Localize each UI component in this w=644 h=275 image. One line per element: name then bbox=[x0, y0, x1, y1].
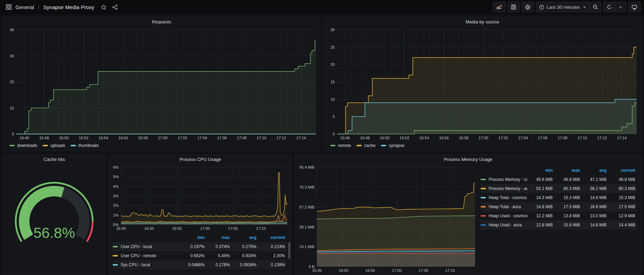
svg-text:16:55: 16:55 bbox=[365, 268, 375, 273]
gear-icon bbox=[525, 4, 531, 10]
breadcrumb-folder[interactable]: General bbox=[15, 4, 34, 10]
svg-text:16:48: 16:48 bbox=[39, 136, 49, 140]
svg-text:10: 10 bbox=[331, 97, 335, 101]
legend-series-label[interactable]: Process Memory - aura bbox=[481, 186, 528, 191]
apps-icon[interactable] bbox=[4, 2, 13, 12]
svg-text:17:02: 17:02 bbox=[178, 136, 187, 140]
svg-text:16:46: 16:46 bbox=[340, 136, 350, 140]
svg-text:16:45: 16:45 bbox=[116, 226, 126, 231]
refresh-interval-dropdown[interactable] bbox=[615, 2, 626, 12]
panel-title-cache-hits[interactable]: Cache hits bbox=[3, 155, 105, 164]
legend-series-label[interactable]: Sys CPU - local bbox=[113, 262, 181, 267]
legend-stat-value: 0.374% bbox=[206, 244, 231, 249]
save-dashboard-button[interactable] bbox=[508, 2, 519, 12]
time-range-picker[interactable]: Last 30 minutes bbox=[536, 2, 590, 12]
legend-stat-value: 0.682% bbox=[181, 253, 206, 258]
svg-text:16:45: 16:45 bbox=[312, 268, 322, 273]
svg-text:17:00: 17:00 bbox=[392, 268, 402, 273]
process-memory-chart[interactable]: 0 B19.1 MiB38.1 MiB57.2 MiB76.3 MiB95.4 … bbox=[295, 164, 479, 274]
svg-text:17:00: 17:00 bbox=[479, 136, 488, 140]
legend-item[interactable]: uploads bbox=[43, 143, 65, 148]
legend-item[interactable]: cache bbox=[356, 143, 375, 148]
svg-text:0: 0 bbox=[12, 132, 14, 136]
legend-item[interactable]: thumbnails bbox=[71, 143, 99, 148]
legend-row: Process Memory - aura53.1 MiB80.3 MiB56.… bbox=[481, 184, 637, 193]
legend-marker bbox=[113, 255, 118, 256]
svg-text:17:06: 17:06 bbox=[217, 136, 227, 140]
chevron-down-icon bbox=[618, 5, 623, 9]
legend-column-header[interactable]: current bbox=[258, 235, 286, 240]
time-controls: Last 30 minutes bbox=[536, 2, 601, 12]
legend-series-label[interactable]: Heap Total - aura bbox=[481, 204, 528, 209]
legend-series-label[interactable]: Process Memory - cosmos bbox=[481, 177, 528, 182]
legend-marker bbox=[481, 188, 486, 189]
navbar: General / Synapse Media Proxy bbox=[0, 0, 644, 14]
panel-title-requests[interactable]: Requests bbox=[3, 17, 320, 26]
svg-text:17:02: 17:02 bbox=[498, 136, 508, 140]
navbar-actions: Last 30 minutes bbox=[493, 2, 641, 12]
legend-series-label[interactable]: Heap Total - cosmos bbox=[481, 195, 528, 200]
legend-stat-value: 45.6 MiB bbox=[528, 177, 554, 182]
legend-row: Heap Total - aura14.8 MiB17.5 MiB16.6 Mi… bbox=[481, 202, 637, 211]
media-by-source-chart[interactable]: 05101520253016:4616:4816:5016:5216:5416:… bbox=[324, 26, 641, 142]
legend-item[interactable]: remote bbox=[330, 143, 351, 148]
svg-text:16:50: 16:50 bbox=[144, 226, 154, 231]
svg-text:20: 20 bbox=[331, 62, 335, 66]
legend-column-header[interactable]: current bbox=[608, 168, 637, 173]
monitor-icon bbox=[631, 4, 637, 10]
legend-stat-value: 53.1 MiB bbox=[528, 186, 554, 191]
share-icon[interactable] bbox=[110, 2, 119, 12]
legend-item[interactable]: synapse bbox=[381, 143, 404, 148]
dashboard-title[interactable]: Synapse Media Proxy bbox=[43, 4, 94, 10]
panel-title-process-cpu[interactable]: Process CPU Usage bbox=[109, 155, 291, 164]
zoom-out-icon bbox=[593, 4, 598, 10]
legend-column-header[interactable]: max bbox=[554, 168, 581, 173]
legend-column-header[interactable]: min bbox=[528, 168, 554, 173]
legend-stat-value: 15.8 MiB bbox=[554, 223, 581, 227]
svg-text:17:00: 17:00 bbox=[200, 226, 210, 231]
panel-media-by-source: Media by source 05101520253016:4616:4816… bbox=[324, 17, 641, 151]
panel-title-process-memory[interactable]: Process Memory Usage bbox=[295, 155, 641, 164]
cycle-view-mode-button[interactable] bbox=[628, 2, 641, 12]
legend-label: downloads bbox=[17, 143, 37, 148]
svg-text:16:50: 16:50 bbox=[380, 136, 390, 140]
legend-series-label[interactable]: Heap Used - cosmos bbox=[481, 213, 528, 218]
gauge-value: 56.8% bbox=[33, 225, 75, 241]
legend-column-header[interactable]: avg bbox=[581, 168, 608, 173]
svg-text:17:12: 17:12 bbox=[597, 136, 607, 140]
scrollbar-thumb[interactable] bbox=[288, 242, 290, 259]
star-icon[interactable] bbox=[99, 2, 108, 12]
legend-row: Sys CPU - local0.0466%0.176%0.0938%0.139… bbox=[113, 260, 286, 269]
legend-column-header[interactable]: min bbox=[181, 235, 206, 240]
legend-stat-value: 0.139% bbox=[258, 262, 286, 267]
process-cpu-chart[interactable]: 0%1%2%3%4%5%6%16:4516:5016:5517:0017:051… bbox=[109, 164, 291, 232]
legend-column-header[interactable]: max bbox=[206, 235, 231, 240]
add-panel-button[interactable] bbox=[493, 2, 505, 12]
legend-series-label[interactable]: Heap Used - aura bbox=[481, 223, 528, 227]
legend-stat-value: 80.3 MiB bbox=[554, 186, 581, 191]
requests-legend: downloadsuploadsthumbnails bbox=[3, 142, 320, 151]
svg-text:95.4 MiB: 95.4 MiB bbox=[299, 165, 314, 169]
legend-marker bbox=[113, 264, 118, 266]
svg-text:16:50: 16:50 bbox=[59, 136, 69, 140]
panel-title-media-by-source[interactable]: Media by source bbox=[324, 17, 641, 26]
refresh-button[interactable] bbox=[603, 2, 615, 12]
svg-text:30: 30 bbox=[10, 54, 14, 58]
legend-marker bbox=[481, 224, 486, 226]
svg-text:10: 10 bbox=[10, 106, 14, 110]
clock-icon bbox=[539, 5, 544, 10]
legend-row: Process Memory - cosmos45.6 MiB48.8 MiB4… bbox=[481, 175, 637, 184]
legend-stat-value: 14.9 MiB bbox=[581, 195, 608, 200]
legend-series-label[interactable]: User CPU - local bbox=[113, 244, 181, 249]
legend-series-label[interactable]: User CPU - remote bbox=[113, 253, 181, 258]
legend-column-header[interactable]: avg bbox=[231, 235, 258, 240]
svg-text:17:10: 17:10 bbox=[257, 136, 267, 140]
dashboard-settings-button[interactable] bbox=[522, 2, 534, 12]
legend-stat-value: 14.8 MiB bbox=[581, 223, 608, 227]
legend-row: User CPU - remote0.682%5.45%0.934%2.30% bbox=[113, 251, 286, 260]
requests-chart[interactable]: 01020304016:4616:4816:5016:5216:5416:561… bbox=[3, 26, 320, 142]
svg-text:16:50: 16:50 bbox=[339, 268, 348, 273]
breadcrumb-separator: / bbox=[36, 4, 41, 10]
zoom-out-time-button[interactable] bbox=[589, 2, 601, 12]
legend-item[interactable]: downloads bbox=[9, 143, 37, 148]
